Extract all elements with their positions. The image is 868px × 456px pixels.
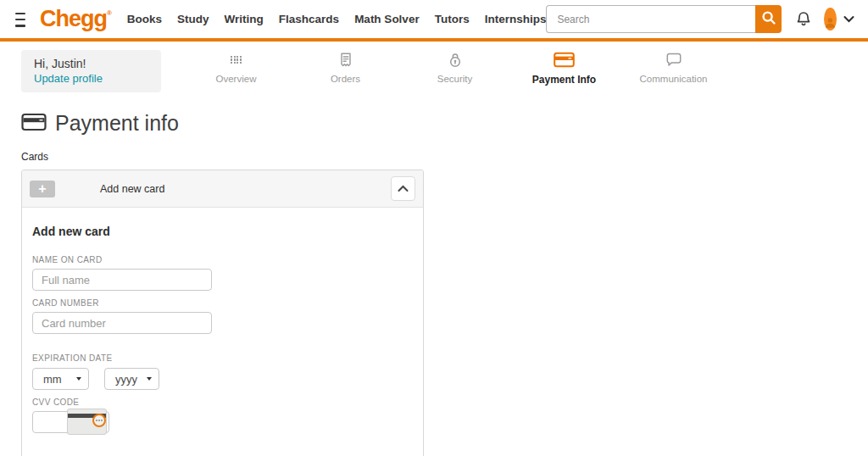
greeting-text: Hi, Justin! [34, 57, 161, 70]
add-card-form: Add new card NAME ON CARD CARD NUMBER EX… [22, 208, 423, 433]
greeting-card: Hi, Justin! Update profile [21, 50, 161, 92]
search-input[interactable] [546, 5, 755, 33]
hamburger-menu-icon[interactable] [15, 13, 25, 27]
name-on-card-input[interactable] [32, 269, 212, 291]
collapse-panel-button[interactable] [391, 176, 415, 201]
page-title: Payment info [21, 111, 868, 136]
chevron-up-icon [398, 182, 409, 195]
tab-label: Orders [331, 74, 360, 84]
primary-nav: Books Study Writing Flashcards Math Solv… [127, 13, 547, 25]
chegg-logo[interactable]: Chegg® [40, 8, 112, 31]
caret-down-icon [76, 377, 81, 381]
cvv-card-hint-icon [67, 409, 107, 435]
expiration-year-select[interactable]: yyyy [104, 368, 159, 390]
nav-item-flashcards[interactable]: Flashcards [279, 13, 339, 25]
overview-grid-icon [231, 52, 242, 68]
update-profile-link[interactable]: Update profile [34, 72, 161, 85]
expiration-date-label: EXPIRATION DATE [32, 353, 413, 363]
add-card-plus-icon[interactable]: + [30, 181, 55, 197]
nav-item-writing[interactable]: Writing [225, 13, 264, 25]
name-on-card-label: NAME ON CARD [32, 255, 413, 264]
search-icon [761, 10, 776, 28]
add-card-panel: + Add new card Add new card NAME ON CARD… [21, 170, 424, 456]
tab-label: Communication [640, 74, 708, 84]
search-button[interactable] [755, 5, 782, 33]
registered-mark: ® [107, 9, 112, 17]
year-value: yyyy [115, 373, 137, 386]
tab-overview[interactable]: Overview [181, 52, 291, 86]
security-lock-icon [448, 52, 463, 68]
expiration-month-select[interactable]: mm [32, 368, 89, 390]
nav-item-books[interactable]: Books [127, 13, 162, 25]
cvv-field [32, 411, 109, 433]
add-card-panel-header[interactable]: + Add new card [22, 170, 423, 208]
account-chevron-down-icon[interactable] [843, 15, 854, 23]
tab-communication[interactable]: Communication [619, 52, 728, 86]
avatar[interactable] [824, 8, 837, 31]
cards-section-label: Cards [21, 151, 868, 163]
cvv-code-label: CVV CODE [32, 398, 413, 407]
month-value: mm [43, 373, 62, 386]
tab-label: Security [437, 74, 473, 84]
nav-item-internships[interactable]: Internships [485, 13, 547, 25]
tab-security[interactable]: Security [400, 52, 509, 86]
account-tabs: Overview Orders [181, 50, 728, 86]
notifications-bell-icon[interactable] [794, 10, 813, 29]
nav-item-math-solver[interactable]: Math Solver [354, 13, 420, 25]
nav-item-tutors[interactable]: Tutors [435, 13, 470, 25]
tab-orders[interactable]: Orders [291, 52, 400, 86]
orders-receipt-icon [338, 52, 353, 68]
form-heading: Add new card [32, 225, 413, 238]
payment-credit-card-icon [554, 52, 575, 68]
tab-payment-info[interactable]: Payment Info [509, 52, 619, 86]
expiration-selects: mm yyyy [32, 368, 413, 390]
account-section-nav: Hi, Justin! Update profile Overview Orde… [0, 42, 868, 97]
tab-label: Overview [216, 74, 257, 84]
tab-label: Payment Info [532, 74, 596, 86]
panel-header-label: Add new card [100, 183, 164, 195]
page-title-text: Payment info [55, 111, 179, 136]
top-header: Chegg® Books Study Writing Flashcards Ma… [0, 0, 868, 42]
nav-item-study[interactable]: Study [177, 13, 209, 25]
main-content: Payment info Cards + Add new card Add ne… [0, 111, 868, 456]
card-number-label: CARD NUMBER [32, 298, 413, 308]
communication-chat-bubble-icon [665, 52, 682, 68]
payment-card-title-icon [21, 112, 47, 136]
search-bar [546, 5, 782, 33]
caret-down-icon [147, 377, 152, 381]
card-number-input[interactable] [32, 312, 212, 334]
